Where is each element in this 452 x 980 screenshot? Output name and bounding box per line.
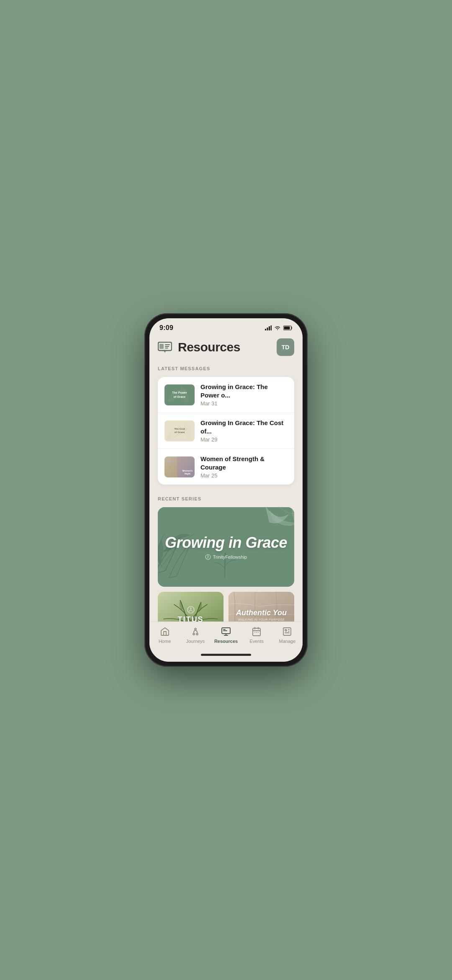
signal-icon [265,325,272,330]
latest-messages-label: LATEST MESSAGES [158,366,294,371]
series-featured-content: Growing in Grace TrinityFellowship [165,534,287,560]
status-icons [265,325,293,330]
message-thumb-2: The Costof Grace [164,420,195,441]
home-icon [159,626,170,637]
series-featured-card[interactable]: Growing in Grace TrinityFellowship [158,507,294,587]
message-item-3[interactable]: Women'sNight Women of Strength & Courage… [158,449,294,485]
message-title-1: Growing in Grace: The Power o... [200,383,288,399]
authentic-title: Authentic You [236,609,287,617]
resources-nav-icon [221,626,231,637]
trinity-logo [205,554,211,560]
message-info-3: Women of Strength & Courage Mar 25 [200,455,288,479]
resources-icon [158,341,173,353]
svg-rect-3 [271,325,272,330]
message-date-2: Mar 29 [200,436,288,443]
phone-frame: 9:09 [144,313,308,667]
home-indicator-container [149,654,303,662]
nav-events[interactable]: Events [241,626,272,644]
svg-rect-1 [267,328,268,330]
nav-manage-label: Manage [279,639,296,644]
nav-resources[interactable]: Resources [211,626,241,644]
message-title-3: Women of Strength & Courage [200,455,288,471]
nav-events-label: Events [249,639,264,644]
message-info-1: Growing in Grace: The Power o... Mar 31 [200,383,288,407]
nav-resources-label: Resources [214,639,238,644]
authentic-label: Authentic You WALKING IN YOUR PURPOSE [229,592,294,622]
status-time: 9:09 [159,324,173,332]
bottom-nav: Home Journeys [149,622,303,654]
journeys-icon [190,626,201,637]
message-item[interactable]: The Powerof Grace Growing in Grace: The … [158,377,294,413]
nav-journeys[interactable]: Journeys [180,626,211,644]
thumb-text-1: The Powerof Grace [172,391,187,398]
message-thumb-3: Women'sNight [164,456,195,477]
series-titus-card[interactable]: TITUS [158,592,223,622]
page-title: Resources [178,340,240,354]
message-date-3: Mar 25 [200,472,288,479]
message-item-2[interactable]: The Costof Grace Growing In Grace: The C… [158,413,294,449]
recent-series-label: RECENT SERIES [158,496,294,501]
battery-icon [283,325,293,330]
nav-home[interactable]: Home [149,626,180,644]
series-featured-title: Growing in Grace [165,534,287,552]
message-date-1: Mar 31 [200,400,288,407]
svg-rect-13 [164,465,177,477]
wifi-icon [274,325,281,330]
header-left: Resources [158,340,240,354]
svg-rect-7 [159,344,164,349]
nav-journeys-label: Journeys [186,639,205,644]
nav-home-label: Home [159,639,171,644]
main-content: Resources TD LATEST MESSAGES The P [149,335,303,622]
page-header: Resources TD [158,335,294,356]
messages-card: The Powerof Grace Growing in Grace: The … [158,377,294,485]
message-thumb-1: The Powerof Grace [164,384,195,405]
status-bar: 9:09 [149,318,303,335]
thumb-text-2: The Costof Grace [174,428,185,434]
svg-rect-0 [265,329,266,330]
avatar-button[interactable]: TD [277,338,294,356]
message-title-2: Growing In Grace: The Cost of... [200,419,288,435]
monitor-icon [158,342,172,353]
thumb-text-3: Women'sNight [180,468,195,477]
series-featured-subtitle: TrinityFellowship [165,554,287,560]
series-subtitle-text: TrinityFellowship [213,554,247,560]
authentic-subtitle: WALKING IN YOUR PURPOSE [238,618,285,621]
phone-screen: 9:09 [149,318,303,662]
titus-title: TITUS [178,615,204,622]
manage-icon [282,626,293,637]
events-icon [251,626,262,637]
svg-rect-25 [253,628,260,636]
series-authentic-card[interactable]: Authentic You WALKING IN YOUR PURPOSE [229,592,294,622]
series-grid: TITUS [158,592,294,622]
svg-rect-2 [269,326,270,330]
nav-manage[interactable]: Manage [272,626,303,644]
svg-point-30 [285,629,287,631]
message-info-2: Growing In Grace: The Cost of... Mar 29 [200,419,288,443]
home-indicator [201,654,251,656]
titus-label: TITUS [158,592,223,622]
titus-logo [187,606,195,614]
svg-rect-29 [283,628,291,635]
svg-rect-5 [284,327,290,330]
